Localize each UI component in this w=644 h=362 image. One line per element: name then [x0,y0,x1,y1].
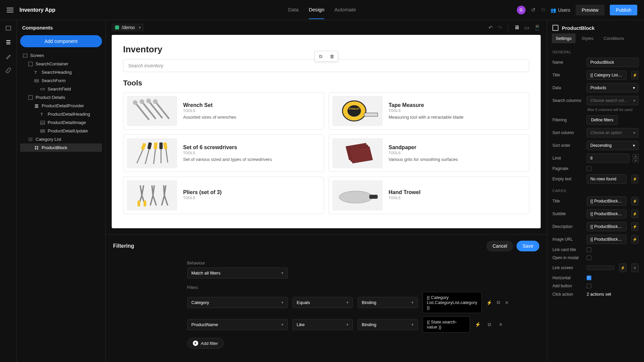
rail-links-icon[interactable] [5,67,12,74]
route-selector[interactable]: /demo ▾ [112,23,144,32]
users-label: Users [558,7,571,13]
menu-icon[interactable] [7,8,13,12]
bolt-icon[interactable]: ⚡ [619,263,627,272]
tree-item-productdetailheading[interactable]: TProductDetailHeading [20,110,102,118]
svg-rect-48 [159,142,163,149]
sortcol-select[interactable]: Choose an option▾ [587,128,639,137]
tree-item-searchfield[interactable]: SearchField [20,85,102,93]
rail-components-icon[interactable] [5,39,12,46]
tab-design[interactable]: Design [309,1,324,19]
rail-screens-icon[interactable] [5,25,12,32]
tree-item-searchcontainer[interactable]: SearchContainer [20,60,102,68]
duplicate-icon[interactable]: ⧉ [497,300,500,305]
tab-conditions[interactable]: Conditions [599,34,628,43]
name-input[interactable]: ProductBlock [587,58,639,67]
cancel-button[interactable]: Cancel [486,241,513,251]
filter-operator-select[interactable]: Like▾ [292,319,353,330]
sortorder-select[interactable]: Descending▾ [587,141,639,150]
filter-type-select[interactable]: Binding▾ [358,297,418,308]
close-icon[interactable]: ✕ [497,322,504,327]
chevron-down-icon[interactable]: ▾ [631,263,639,272]
bolt-icon[interactable]: ⚡ [486,300,492,305]
tree-item-label: SearchContainer [36,61,68,66]
bolt-icon[interactable]: ⚡ [631,197,639,205]
cardimg-input[interactable]: {{ ProductBlock.P… [587,235,627,244]
tab-automate[interactable]: Automate [334,1,356,19]
bolt-icon[interactable]: ⚡ [631,209,639,218]
undo-icon[interactable]: ↶ [488,24,493,31]
device-mobile-icon[interactable]: 📱 [534,24,541,31]
bolt-icon[interactable]: ⚡ [631,175,639,183]
define-filters-button[interactable]: Define filters [587,115,618,125]
preview-button[interactable]: Preview [576,5,604,15]
filter-value-input[interactable]: {{ State.search-value }} [423,316,470,333]
filter-column-select[interactable]: Category▾ [187,297,288,308]
paginate-checkbox[interactable] [587,166,591,171]
searchcols-select[interactable]: Choose search col…▾ [587,96,639,105]
add-filter-button[interactable]: + Add filter [187,338,224,349]
bolt-icon[interactable]: ⚡ [631,71,639,79]
tree-item-productdetailprovider[interactable]: ProductDetailProvider [20,102,102,110]
tree-item-productblock[interactable]: ProductBlock [20,143,102,152]
svg-rect-0 [6,26,11,30]
tab-data[interactable]: Data [288,1,299,19]
bolt-icon[interactable]: ⚡ [631,235,639,244]
tree-item-searchform[interactable]: SearchForm [20,76,102,85]
close-icon[interactable]: ✕ [505,300,509,305]
undo-history-icon[interactable]: ↺ [531,7,535,13]
linkscreen-input[interactable] [587,265,614,270]
tab-settings[interactable]: Settings [552,34,576,43]
rail-theme-icon[interactable] [5,53,12,60]
prop-name-label: Name [552,60,583,65]
delete-icon[interactable]: 🗑 [326,51,338,61]
openmodal-checkbox[interactable] [587,255,591,260]
limit-down[interactable]: ▾ [633,158,639,163]
behaviour-select[interactable]: Match all filters ▾ [187,267,288,279]
tree-item-productdetailimage[interactable]: ProductDetailImage [20,118,102,127]
device-desktop-icon[interactable]: 🖥 [514,24,520,31]
cardsubtitle-input[interactable]: {{ ProductBlock.P… [587,209,627,219]
product-card[interactable]: SandpaperTOOLSVarious grits for smoothin… [329,134,530,172]
data-select[interactable]: Products▾ [587,83,639,93]
tab-styles[interactable]: Styles [578,34,597,43]
revert-icon[interactable]: ⟲ [541,7,545,13]
users-link[interactable]: 👥 Users [550,7,571,13]
save-button[interactable]: Save [517,241,539,251]
add-component-button[interactable]: Add component [20,35,102,47]
empty-input[interactable]: No rows found [587,174,627,184]
duplicate-icon[interactable]: ⧉ [486,322,493,327]
linktitle-checkbox[interactable] [587,247,591,252]
product-card[interactable]: Pliers (set of 3)TOOLS [123,177,324,214]
limit-up[interactable]: ▴ [633,154,639,158]
tree-item-searchheading[interactable]: TSearchHeading [20,68,102,76]
tree-item-screen[interactable]: Screen [20,51,102,60]
bolt-icon[interactable]: ⚡ [631,222,639,231]
tree-item-category-list[interactable]: Category List [20,135,102,143]
filter-column-select[interactable]: ProductName▾ [187,319,288,330]
tree-item-productdetailupdate[interactable]: ProductDetailUpdate [20,127,102,135]
horizontal-checkbox[interactable] [587,276,591,280]
prop-openmodal-label: Open in modal [552,255,583,260]
filter-value-input[interactable]: {{ Category List.CategoryList.category }… [423,292,482,313]
title-input[interactable]: {{ Category List.C… [587,70,627,80]
bolt-icon[interactable]: ⚡ [475,322,481,327]
cardtitle-input[interactable]: {{ ProductBlock.P… [587,196,627,206]
carddesc-input[interactable]: {{ ProductBlock.P… [587,222,627,231]
product-card[interactable]: Set of 6 screwdriversTOOLSSet of various… [123,134,324,172]
product-card[interactable]: Hand TrowelTOOLS [329,177,530,214]
svg-point-35 [146,99,151,103]
redo-icon[interactable]: ↷ [497,24,502,31]
device-tablet-icon[interactable]: ▭ [524,24,529,31]
limit-input[interactable]: 8 [587,154,630,163]
filter-operator-select[interactable]: Equals▾ [292,297,353,308]
filter-type-select[interactable]: Binding▾ [358,319,418,330]
product-card[interactable]: STANLEYTape MeasureTOOLSMeasuring tool w… [329,92,530,130]
prop-sortorder-label: Sort order [552,143,583,148]
duplicate-icon[interactable]: ⧉ [315,51,326,61]
product-card[interactable]: Wrench SetTOOLSAssorted sizes of wrenche… [123,92,324,130]
addbutton-checkbox[interactable] [587,284,591,288]
tree-item-product-details[interactable]: Product Details [20,93,102,102]
preview-canvas: ⧉ 🗑 Inventory Search inventory Tools Wre… [112,35,541,228]
avatar[interactable]: G [517,6,526,14]
publish-button[interactable]: Publish [610,5,637,15]
